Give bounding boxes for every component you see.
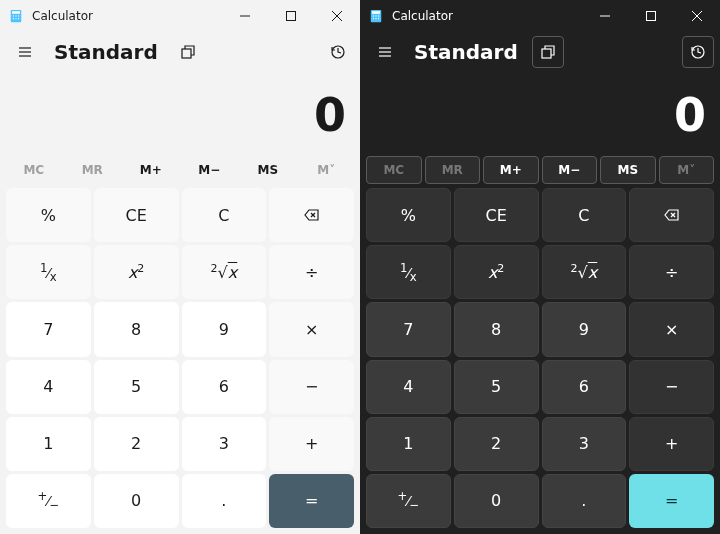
digit-2-button[interactable]: 2	[94, 417, 179, 471]
calculator-light: Calculator Standard 0 MC MR M+ M− MS M˅ …	[0, 0, 360, 534]
svg-rect-20	[372, 11, 380, 14]
digit-3-button[interactable]: 3	[182, 417, 267, 471]
history-button[interactable]	[682, 36, 714, 68]
negate-button[interactable]: +⁄−	[6, 474, 91, 528]
history-button[interactable]	[322, 36, 354, 68]
plus-button[interactable]: +	[269, 417, 354, 471]
decimal-button[interactable]: .	[542, 474, 627, 528]
svg-point-22	[375, 15, 376, 16]
decimal-button[interactable]: .	[182, 474, 267, 528]
titlebar: Calculator	[360, 0, 720, 32]
minimize-button[interactable]	[222, 0, 268, 32]
square-button[interactable]: x2	[94, 245, 179, 299]
digit-2-button[interactable]: 2	[454, 417, 539, 471]
svg-rect-9	[287, 12, 296, 21]
digit-9-button[interactable]: 9	[182, 302, 267, 356]
header: Standard	[0, 32, 360, 72]
clear-entry-button[interactable]: CE	[454, 188, 539, 242]
digit-7-button[interactable]: 7	[366, 302, 451, 356]
plus-button[interactable]: +	[629, 417, 714, 471]
sqrt-button[interactable]: 2√x	[182, 245, 267, 299]
window-title: Calculator	[32, 9, 93, 23]
divide-button[interactable]: ÷	[629, 245, 714, 299]
maximize-button[interactable]	[268, 0, 314, 32]
minus-button[interactable]: −	[629, 360, 714, 414]
minus-button[interactable]: −	[269, 360, 354, 414]
digit-8-button[interactable]: 8	[454, 302, 539, 356]
svg-point-23	[378, 15, 379, 16]
calculator-app-icon	[368, 8, 384, 24]
reciprocal-button[interactable]: 1⁄x	[6, 245, 91, 299]
digit-1-button[interactable]: 1	[6, 417, 91, 471]
svg-rect-34	[542, 49, 551, 58]
menu-button[interactable]	[10, 37, 40, 67]
close-button[interactable]	[674, 0, 720, 32]
divide-button[interactable]: ÷	[269, 245, 354, 299]
svg-point-4	[18, 15, 19, 16]
menu-button[interactable]	[370, 37, 400, 67]
svg-point-5	[13, 18, 14, 19]
memory-list-button[interactable]: M˅	[659, 156, 715, 184]
multiply-button[interactable]: ×	[269, 302, 354, 356]
square-button[interactable]: x2	[454, 245, 539, 299]
svg-point-3	[15, 15, 16, 16]
digit-6-button[interactable]: 6	[182, 360, 267, 414]
clear-button[interactable]: C	[182, 188, 267, 242]
digit-1-button[interactable]: 1	[366, 417, 451, 471]
svg-point-2	[13, 15, 14, 16]
digit-6-button[interactable]: 6	[542, 360, 627, 414]
digit-3-button[interactable]: 3	[542, 417, 627, 471]
titlebar: Calculator	[0, 0, 360, 32]
percent-button[interactable]: %	[366, 188, 451, 242]
always-on-top-button[interactable]	[172, 36, 204, 68]
memory-subtract-button[interactable]: M−	[542, 156, 598, 184]
digit-9-button[interactable]: 9	[542, 302, 627, 356]
memory-subtract-button[interactable]: M−	[182, 156, 238, 184]
always-on-top-button[interactable]	[532, 36, 564, 68]
memory-list-button[interactable]: M˅	[299, 156, 355, 184]
mode-label: Standard	[414, 40, 518, 64]
svg-point-21	[373, 15, 374, 16]
digit-0-button[interactable]: 0	[94, 474, 179, 528]
svg-point-6	[15, 18, 16, 19]
clear-button[interactable]: C	[542, 188, 627, 242]
sqrt-button[interactable]: 2√x	[542, 245, 627, 299]
svg-rect-28	[647, 12, 656, 21]
memory-add-button[interactable]: M+	[483, 156, 539, 184]
digit-5-button[interactable]: 5	[454, 360, 539, 414]
memory-store-button[interactable]: MS	[600, 156, 656, 184]
backspace-button[interactable]	[629, 188, 714, 242]
maximize-button[interactable]	[628, 0, 674, 32]
svg-point-26	[378, 18, 379, 19]
memory-add-button[interactable]: M+	[123, 156, 179, 184]
mode-label: Standard	[54, 40, 158, 64]
equals-button[interactable]: =	[269, 474, 354, 528]
percent-button[interactable]: %	[6, 188, 91, 242]
backspace-button[interactable]	[269, 188, 354, 242]
digit-5-button[interactable]: 5	[94, 360, 179, 414]
keypad: % CE C 1⁄x x2 2√x ÷ 7 8 9 × 4 5 6 − 1 2 …	[360, 188, 720, 534]
digit-8-button[interactable]: 8	[94, 302, 179, 356]
digit-0-button[interactable]: 0	[454, 474, 539, 528]
minimize-button[interactable]	[582, 0, 628, 32]
digit-7-button[interactable]: 7	[6, 302, 91, 356]
memory-recall-button[interactable]: MR	[425, 156, 481, 184]
digit-4-button[interactable]: 4	[6, 360, 91, 414]
display: 0	[360, 72, 720, 156]
memory-store-button[interactable]: MS	[240, 156, 296, 184]
negate-button[interactable]: +⁄−	[366, 474, 451, 528]
calculator-dark: Calculator Standard 0 MC MR M+ M− MS M˅ …	[360, 0, 720, 534]
header: Standard	[360, 32, 720, 72]
memory-recall-button[interactable]: MR	[65, 156, 121, 184]
digit-4-button[interactable]: 4	[366, 360, 451, 414]
reciprocal-button[interactable]: 1⁄x	[366, 245, 451, 299]
memory-clear-button[interactable]: MC	[6, 156, 62, 184]
memory-clear-button[interactable]: MC	[366, 156, 422, 184]
svg-point-7	[18, 18, 19, 19]
clear-entry-button[interactable]: CE	[94, 188, 179, 242]
svg-rect-1	[12, 11, 20, 14]
keypad: % CE C 1⁄x x2 2√x ÷ 7 8 9 × 4 5 6 − 1 2 …	[0, 188, 360, 534]
multiply-button[interactable]: ×	[629, 302, 714, 356]
equals-button[interactable]: =	[629, 474, 714, 528]
close-button[interactable]	[314, 0, 360, 32]
